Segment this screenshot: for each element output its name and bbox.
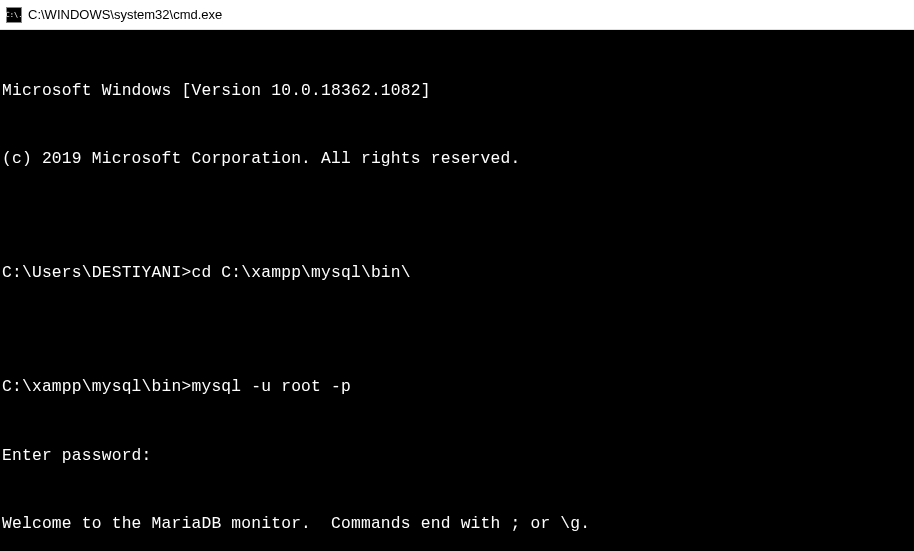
cmd-icon: C:\.	[6, 7, 22, 23]
window-title: C:\WINDOWS\system32\cmd.exe	[28, 7, 222, 22]
titlebar[interactable]: C:\. C:\WINDOWS\system32\cmd.exe	[0, 0, 914, 30]
terminal-line: Enter password:	[2, 445, 912, 468]
terminal-line: Welcome to the MariaDB monitor. Commands…	[2, 513, 912, 536]
terminal-line: C:\xampp\mysql\bin>mysql -u root -p	[2, 376, 912, 399]
terminal-line: C:\Users\DESTIYANI>cd C:\xampp\mysql\bin…	[2, 262, 912, 285]
terminal-line: (c) 2019 Microsoft Corporation. All righ…	[2, 148, 912, 171]
cmd-window: C:\. C:\WINDOWS\system32\cmd.exe Microso…	[0, 0, 914, 551]
terminal-line: Microsoft Windows [Version 10.0.18362.10…	[2, 80, 912, 103]
terminal-output[interactable]: Microsoft Windows [Version 10.0.18362.10…	[0, 30, 914, 551]
